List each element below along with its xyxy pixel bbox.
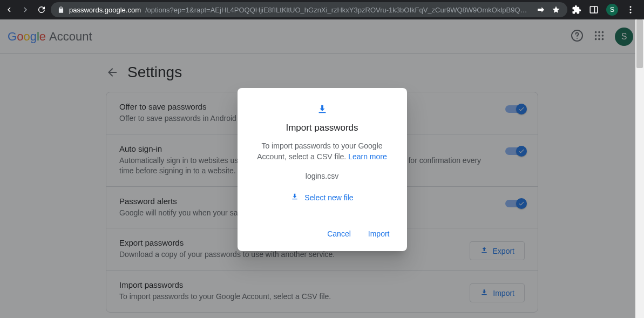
svg-point-3 (630, 9, 632, 11)
url-path: /options?ep=1&rapt=AEjHL4POQQHjiE8fILtKl… (145, 6, 527, 14)
confirm-import-button[interactable]: Import (366, 226, 392, 241)
lock-icon (57, 6, 65, 13)
learn-more-link[interactable]: Learn more (348, 152, 387, 161)
url-bar[interactable]: passwords.google.com/options?ep=1&rapt=A… (51, 2, 567, 17)
import-passwords-dialog: Import passwords To import passwords to … (238, 88, 407, 251)
dialog-body: To import passwords to your Google Accou… (253, 141, 392, 162)
scrollbar-thumb[interactable] (636, 19, 643, 68)
svg-point-2 (630, 6, 632, 8)
extensions-icon[interactable] (572, 5, 581, 15)
vertical-scrollbar[interactable] (635, 19, 644, 318)
select-new-file-button[interactable]: Select new file (253, 192, 392, 202)
selected-filename: logins.csv (253, 172, 392, 180)
browser-toolbar: passwords.google.com/options?ep=1&rapt=A… (0, 0, 644, 19)
kebab-icon[interactable] (626, 5, 635, 15)
panel-icon[interactable] (589, 5, 599, 15)
forward-icon[interactable] (21, 5, 30, 15)
url-host: passwords.google.com (69, 6, 141, 14)
avatar-initial: S (610, 6, 614, 13)
back-icon[interactable] (4, 5, 14, 15)
select-new-label: Select new file (304, 193, 353, 202)
svg-point-4 (630, 12, 632, 13)
download-icon (290, 192, 299, 202)
star-icon[interactable] (551, 5, 561, 15)
download-icon (253, 103, 392, 115)
reload-icon[interactable] (37, 5, 46, 15)
share-icon[interactable] (536, 5, 546, 15)
profile-avatar-small[interactable]: S (606, 4, 618, 16)
cancel-button[interactable]: Cancel (325, 226, 353, 241)
dialog-title: Import passwords (253, 123, 392, 133)
svg-rect-0 (590, 6, 598, 13)
